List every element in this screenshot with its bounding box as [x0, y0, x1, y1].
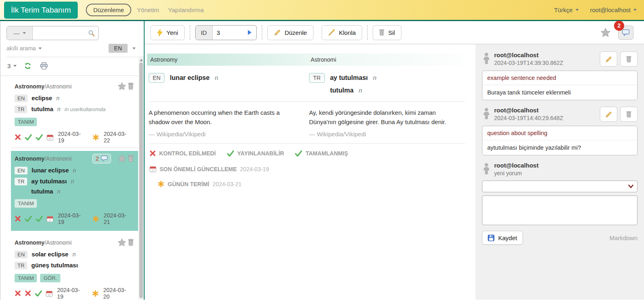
language-menu-label: Türkçe: [554, 6, 573, 13]
clone-button[interactable]: Klonla: [322, 25, 363, 40]
edit-comment-button[interactable]: [600, 107, 617, 122]
edit-button[interactable]: Düzenle: [267, 25, 313, 40]
term-text: eclipse: [32, 95, 52, 101]
search-filter-select[interactable]: —: [7, 26, 33, 40]
check-icon: [295, 150, 302, 157]
comment-body: aytutulması biçiminde yazılabilir mi?: [482, 140, 637, 155]
user-menu[interactable]: root@localhost: [590, 6, 637, 13]
lang-badge-en: EN: [149, 73, 164, 83]
comment-body: Buraya tanık tümceler eklenmeli: [482, 85, 637, 100]
language-menu[interactable]: Türkçe: [554, 6, 579, 13]
delete-entry-icon[interactable]: [127, 154, 134, 163]
completed-check-icon: [36, 134, 43, 140]
calendar-icon: 17: [47, 134, 53, 141]
app-header: İlk Terim Tabanım Düzenleme Yönetim Yapı…: [0, 0, 644, 21]
delete-button[interactable]: Sil: [373, 25, 401, 40]
markdown-hint: Markdown: [610, 234, 638, 241]
main-nav: Düzenleme Yönetim Yapılandırma: [86, 4, 207, 16]
status-term-of-day: GÜNÜN TERİMİ 2024-03-21: [158, 181, 241, 187]
chevron-down-icon: [23, 32, 26, 36]
chevron-down-icon[interactable]: [132, 47, 136, 51]
term-text: güneş tutulması: [31, 262, 78, 269]
id-label: ID: [196, 26, 213, 40]
search-language-badge[interactable]: EN: [109, 44, 128, 53]
new-comment-textarea[interactable]: [482, 196, 638, 225]
scrollbar-thumb[interactable]: [139, 62, 143, 298]
print-button[interactable]: [39, 61, 49, 71]
search-icon[interactable]: [88, 30, 95, 37]
comment-item: root@localhost 2024-03-19T14:40:29.648Z: [482, 107, 638, 155]
delete-entry-icon[interactable]: [127, 82, 134, 90]
section-badge-tanim: TANIM: [15, 118, 37, 126]
comment-author: root@localhost: [494, 107, 563, 114]
scroll-up-arrow[interactable]: [140, 57, 143, 61]
term-of-day-date: 2024-03-20: [103, 287, 131, 300]
status-not-checked: KONTROL EDİLMEDİ: [149, 150, 216, 157]
list-item-selected[interactable]: Astronomy/Astronomi 2 EN lunar ecl: [11, 151, 138, 231]
pencil-icon: [605, 56, 612, 63]
favorite-entry-star-icon[interactable]: [599, 27, 612, 38]
entry-list: Astronomy/Astronomi EN eclipse n TR: [1, 79, 144, 301]
pos-label: n: [215, 74, 218, 81]
sidebar-scrollbar[interactable]: [139, 56, 144, 300]
comment-count: 2: [96, 155, 99, 162]
subject-band: Astronomy Astronomi: [147, 54, 465, 66]
smart-search-toggle[interactable]: akıllı arama: [6, 45, 36, 52]
nav-tab-duzenleme[interactable]: Düzenleme: [86, 4, 131, 16]
new-button[interactable]: Yeni: [150, 25, 185, 40]
edit-comment-button[interactable]: [600, 52, 617, 67]
list-item[interactable]: Astronomy/Astronomi EN solar eclipse n T…: [11, 235, 138, 301]
section-badge-gor: GÖR.: [40, 274, 60, 282]
comment-type-select[interactable]: [482, 181, 638, 192]
divider: [262, 25, 262, 40]
usage-note: in use/kullanımda: [64, 106, 105, 112]
definition-source: — Wikipedia/Vikipedi: [309, 131, 450, 138]
id-input[interactable]: [213, 29, 244, 36]
delete-entry-icon[interactable]: [127, 238, 134, 247]
pos-label: n: [73, 251, 76, 258]
last-update-date: 2024-03-19: [58, 131, 85, 144]
magic-wand-icon: [328, 29, 335, 36]
result-count-select[interactable]: 3: [7, 62, 17, 69]
term-text: lunar eclipse: [170, 74, 209, 82]
definition-en: A phenomenon occurring when the Earth ca…: [149, 108, 309, 138]
term-text: lunar eclipse: [32, 167, 69, 174]
lang-badge: EN: [15, 167, 28, 174]
chevron-down-icon[interactable]: [38, 47, 42, 51]
not-publishable-icon: [25, 290, 31, 297]
comments-panel: root@localhost 2024-03-19T14:39:30.862Z: [476, 44, 644, 300]
comment-count-chip[interactable]: 2: [92, 154, 111, 163]
search-box: —: [6, 26, 99, 40]
list-item[interactable]: Astronomy/Astronomi EN eclipse n TR: [11, 79, 138, 148]
nav-tab-yonetim[interactable]: Yönetim: [134, 4, 162, 15]
refresh-button[interactable]: [23, 61, 32, 71]
pos-label: n: [57, 188, 60, 195]
nav-tab-yapilandirma[interactable]: Yapılandırma: [165, 4, 207, 15]
pos-label: n: [71, 178, 74, 185]
favorite-star-icon[interactable]: [117, 153, 127, 163]
user-menu-label: root@localhost: [590, 6, 631, 13]
svg-text:17: 17: [48, 293, 51, 296]
term-text: solar eclipse: [32, 251, 68, 258]
id-lookup-group: ID: [195, 25, 257, 40]
avatar: [482, 52, 491, 64]
sidebar: — akıllı arama EN 3: [0, 21, 145, 300]
search-input[interactable]: [33, 26, 88, 40]
lang-badge-tr: TR: [309, 73, 325, 83]
lang-badge: TR: [15, 105, 27, 113]
status-area: KONTROL EDİLMEDİ YAYINLANABİLİR TAMAMLAN…: [147, 144, 465, 187]
status-last-update: 17 SON ÖNEMLİ GÜNCELLEME 2024-03-19: [149, 166, 269, 172]
delete-comment-button[interactable]: [620, 107, 638, 122]
comment-bubble-icon: [101, 155, 108, 161]
delete-comment-button[interactable]: [620, 52, 638, 67]
subject-en: Astronomy: [147, 56, 307, 63]
favorite-star-icon[interactable]: [117, 237, 127, 247]
terms-en-column: EN lunar eclipse n: [149, 73, 309, 98]
app-logo[interactable]: İlk Terim Tabanım: [4, 2, 78, 19]
trash-icon: [626, 111, 631, 118]
save-comment-button[interactable]: Kaydet: [482, 231, 523, 245]
status-completed: TAMAMLANMIŞ: [295, 150, 348, 157]
go-to-id-button[interactable]: [244, 30, 256, 35]
chevron-down-icon: [628, 185, 633, 188]
favorite-star-icon[interactable]: [117, 81, 127, 91]
